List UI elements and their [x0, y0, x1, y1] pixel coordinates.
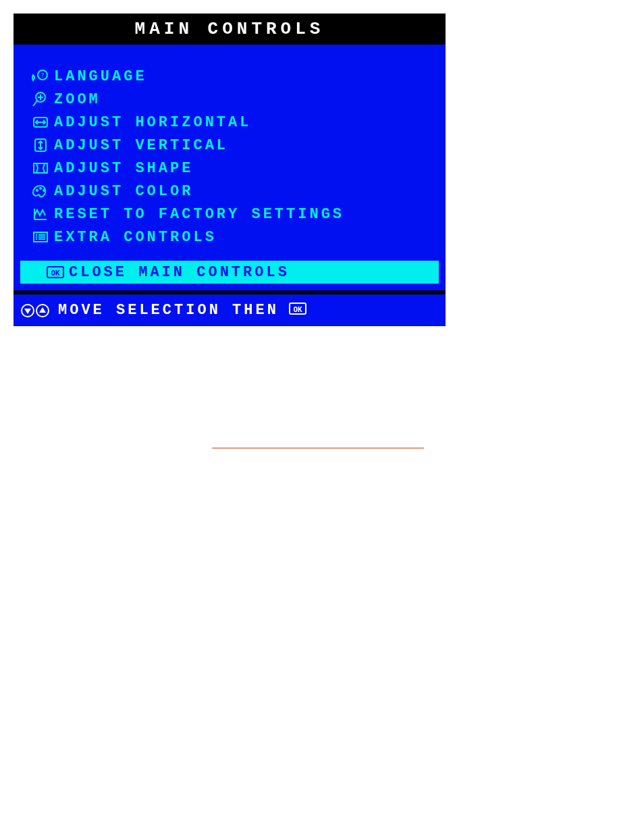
language-icon: ? — [27, 68, 54, 84]
reset-icon — [27, 206, 54, 222]
zoom-icon — [27, 91, 54, 107]
menu-item-label: ADJUST VERTICAL — [54, 137, 228, 154]
svg-marker-26 — [24, 309, 31, 314]
menu-item-extra-controls[interactable]: EXTRA CONTROLS — [20, 226, 439, 249]
menu-item-reset[interactable]: RESET TO FACTORY SETTINGS — [20, 203, 439, 226]
menu-item-label: RESET TO FACTORY SETTINGS — [54, 206, 344, 223]
menu-item-adjust-vertical[interactable]: ADJUST VERTICAL — [20, 134, 439, 157]
osd-body: ? LANGUAGE ZOOM — [14, 45, 446, 290]
ok-icon: OK — [42, 265, 69, 280]
footer-hint: MOVE SELECTION THEN — [58, 302, 279, 319]
svg-point-12 — [40, 188, 41, 189]
adjust-color-icon — [27, 183, 54, 199]
menu-item-close[interactable]: OK CLOSE MAIN CONTROLS — [20, 261, 439, 284]
return-link-underline[interactable] — [212, 448, 424, 448]
svg-text:OK: OK — [51, 269, 60, 278]
svg-point-13 — [43, 190, 45, 191]
svg-text:?: ? — [41, 72, 44, 79]
adjust-shape-icon — [27, 160, 54, 176]
menu-item-label: CLOSE MAIN CONTROLS — [69, 264, 290, 281]
adjust-vertical-icon — [27, 137, 54, 153]
ok-icon: OK — [288, 301, 307, 319]
up-arrow-icon — [35, 303, 50, 318]
menu-item-label: ZOOM — [54, 91, 101, 108]
svg-marker-28 — [39, 307, 46, 313]
menu-item-adjust-color[interactable]: ADJUST COLOR — [20, 180, 439, 203]
down-arrow-icon — [20, 303, 35, 318]
menu-item-label: ADJUST SHAPE — [54, 160, 193, 177]
menu-item-label: ADJUST HORIZONTAL — [54, 114, 251, 131]
menu-item-language[interactable]: ? LANGUAGE — [20, 65, 439, 88]
menu-item-adjust-horizontal[interactable]: ADJUST HORIZONTAL — [20, 111, 439, 134]
extra-controls-icon — [27, 229, 54, 245]
svg-text:OK: OK — [293, 305, 302, 314]
svg-rect-10 — [34, 163, 47, 173]
menu-item-label: EXTRA CONTROLS — [54, 229, 217, 246]
menu-item-zoom[interactable]: ZOOM — [20, 88, 439, 111]
menu-list: ? LANGUAGE ZOOM — [20, 54, 439, 261]
svg-point-11 — [36, 190, 38, 191]
osd-title: MAIN CONTROLS — [14, 14, 446, 45]
svg-line-3 — [33, 101, 37, 106]
move-selection-icons — [20, 303, 53, 318]
osd-footer: MOVE SELECTION THEN OK — [14, 290, 446, 326]
osd-window: MAIN CONTROLS ? LANGUAGE — [14, 14, 446, 326]
menu-item-label: ADJUST COLOR — [54, 183, 193, 200]
menu-item-adjust-shape[interactable]: ADJUST SHAPE — [20, 157, 439, 180]
adjust-horizontal-icon — [27, 114, 54, 130]
menu-item-label: LANGUAGE — [54, 68, 147, 85]
